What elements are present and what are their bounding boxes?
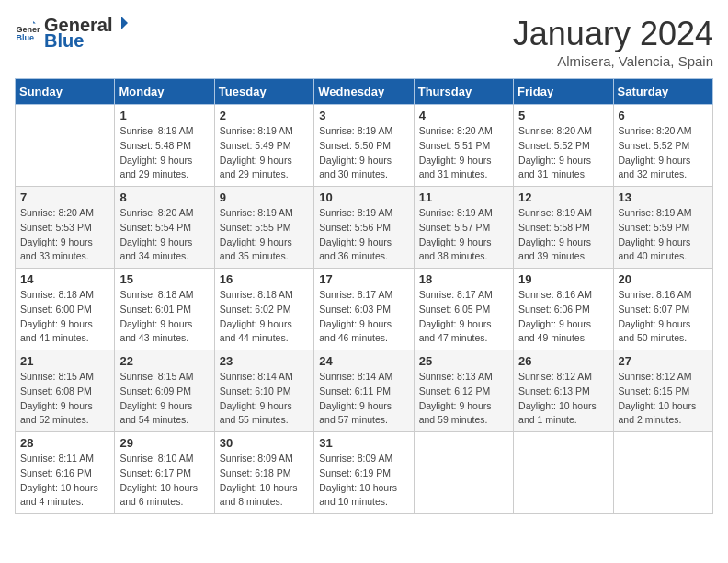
day-info: Sunrise: 8:20 AM Sunset: 5:52 PM Dayligh…: [619, 124, 708, 182]
logo-icon: General Blue: [15, 20, 40, 46]
sunrise-time: Sunrise: 8:12 AM: [619, 371, 692, 382]
calendar-day-cell: [414, 432, 513, 514]
day-number: 4: [419, 109, 508, 122]
sunset-time: Sunset: 6:11 PM: [319, 385, 391, 396]
daylight-hours: Daylight: 9 hours and 57 minutes.: [319, 400, 392, 426]
sunrise-time: Sunrise: 8:18 AM: [20, 289, 94, 300]
sunset-time: Sunset: 6:12 PM: [419, 385, 491, 396]
day-info: Sunrise: 8:19 AM Sunset: 5:49 PM Dayligh…: [220, 124, 309, 182]
day-info: Sunrise: 8:20 AM Sunset: 5:54 PM Dayligh…: [119, 206, 209, 264]
calendar-day-cell: 30 Sunrise: 8:09 AM Sunset: 6:18 PM Dayl…: [214, 432, 313, 514]
day-number: 10: [319, 190, 408, 204]
svg-text:Blue: Blue: [16, 33, 34, 42]
day-info: Sunrise: 8:14 AM Sunset: 6:11 PM Dayligh…: [319, 370, 408, 428]
col-sunday: Sunday: [16, 79, 115, 105]
day-info: Sunrise: 8:11 AM Sunset: 6:16 PM Dayligh…: [20, 452, 109, 510]
day-info: Sunrise: 8:19 AM Sunset: 5:48 PM Dayligh…: [119, 124, 209, 182]
calendar-day-cell: 2 Sunrise: 8:19 AM Sunset: 5:49 PM Dayli…: [214, 105, 313, 187]
svg-marker-3: [121, 17, 128, 29]
sunrise-time: Sunrise: 8:19 AM: [220, 125, 293, 136]
calendar-week-row: 14 Sunrise: 8:18 AM Sunset: 6:00 PM Dayl…: [16, 269, 713, 350]
sunset-time: Sunset: 5:48 PM: [119, 140, 191, 151]
sunrise-time: Sunrise: 8:16 AM: [518, 289, 592, 300]
sunrise-time: Sunrise: 8:19 AM: [319, 125, 392, 136]
sunrise-time: Sunrise: 8:14 AM: [220, 371, 293, 382]
sunset-time: Sunset: 6:02 PM: [220, 304, 291, 315]
daylight-hours: Daylight: 9 hours and 50 minutes.: [619, 318, 691, 344]
day-info: Sunrise: 8:17 AM Sunset: 6:03 PM Dayligh…: [319, 288, 408, 346]
sunrise-time: Sunrise: 8:15 AM: [20, 371, 94, 382]
calendar-day-cell: 24 Sunrise: 8:14 AM Sunset: 6:11 PM Dayl…: [314, 350, 414, 432]
sunrise-time: Sunrise: 8:09 AM: [220, 453, 293, 464]
calendar-week-row: 21 Sunrise: 8:15 AM Sunset: 6:08 PM Dayl…: [16, 350, 713, 432]
day-number: 20: [619, 272, 708, 286]
calendar-day-cell: 20 Sunrise: 8:16 AM Sunset: 6:07 PM Dayl…: [613, 269, 712, 350]
daylight-hours: Daylight: 9 hours and 49 minutes.: [518, 318, 591, 344]
calendar-day-cell: 12 Sunrise: 8:19 AM Sunset: 5:58 PM Dayl…: [514, 187, 613, 269]
calendar-day-cell: 28 Sunrise: 8:11 AM Sunset: 6:16 PM Dayl…: [16, 432, 115, 514]
calendar-day-cell: 7 Sunrise: 8:20 AM Sunset: 5:53 PM Dayli…: [16, 187, 115, 269]
daylight-hours: Daylight: 9 hours and 33 minutes.: [20, 236, 93, 262]
sunset-time: Sunset: 6:09 PM: [119, 385, 191, 396]
day-info: Sunrise: 8:12 AM Sunset: 6:13 PM Dayligh…: [518, 370, 608, 428]
day-number: 9: [220, 190, 309, 204]
sunrise-time: Sunrise: 8:13 AM: [419, 371, 493, 382]
calendar-day-cell: 27 Sunrise: 8:12 AM Sunset: 6:15 PM Dayl…: [613, 350, 712, 432]
calendar-subtitle: Almisera, Valencia, Spain: [513, 53, 713, 69]
calendar-day-cell: [16, 105, 115, 187]
day-number: 16: [220, 272, 309, 286]
sunset-time: Sunset: 5:53 PM: [20, 222, 92, 233]
sunrise-time: Sunrise: 8:20 AM: [20, 207, 94, 218]
day-info: Sunrise: 8:16 AM Sunset: 6:06 PM Dayligh…: [518, 288, 608, 346]
calendar-header: Sunday Monday Tuesday Wednesday Thursday…: [16, 79, 713, 105]
svg-marker-2: [33, 21, 36, 24]
day-info: Sunrise: 8:18 AM Sunset: 6:01 PM Dayligh…: [119, 288, 209, 346]
calendar-day-cell: 9 Sunrise: 8:19 AM Sunset: 5:55 PM Dayli…: [214, 187, 313, 269]
sunrise-time: Sunrise: 8:19 AM: [220, 207, 293, 218]
calendar-day-cell: 16 Sunrise: 8:18 AM Sunset: 6:02 PM Dayl…: [214, 269, 313, 350]
day-info: Sunrise: 8:09 AM Sunset: 6:19 PM Dayligh…: [319, 452, 408, 510]
daylight-hours: Daylight: 9 hours and 38 minutes.: [419, 236, 492, 262]
sunset-time: Sunset: 6:16 PM: [20, 467, 92, 478]
sunrise-time: Sunrise: 8:10 AM: [119, 453, 193, 464]
day-number: 17: [319, 272, 408, 286]
calendar-day-cell: 21 Sunrise: 8:15 AM Sunset: 6:08 PM Dayl…: [16, 350, 115, 432]
day-info: Sunrise: 8:19 AM Sunset: 5:59 PM Dayligh…: [619, 206, 708, 264]
day-number: 31: [319, 436, 408, 450]
day-number: 21: [20, 354, 109, 368]
col-wednesday: Wednesday: [314, 79, 414, 105]
sunset-time: Sunset: 6:08 PM: [20, 385, 92, 396]
svg-text:General: General: [16, 25, 40, 34]
calendar-week-row: 28 Sunrise: 8:11 AM Sunset: 6:16 PM Dayl…: [16, 432, 713, 514]
calendar-day-cell: 10 Sunrise: 8:19 AM Sunset: 5:56 PM Dayl…: [314, 187, 414, 269]
day-number: 13: [619, 190, 708, 204]
sunrise-time: Sunrise: 8:17 AM: [319, 289, 392, 300]
sunrise-time: Sunrise: 8:19 AM: [419, 207, 493, 218]
daylight-hours: Daylight: 10 hours and 4 minutes.: [20, 482, 98, 508]
col-friday: Friday: [514, 79, 613, 105]
day-info: Sunrise: 8:18 AM Sunset: 6:00 PM Dayligh…: [20, 288, 109, 346]
daylight-hours: Daylight: 10 hours and 1 minute.: [518, 400, 597, 426]
sunrise-time: Sunrise: 8:18 AM: [220, 289, 293, 300]
daylight-hours: Daylight: 9 hours and 52 minutes.: [20, 400, 93, 426]
sunrise-time: Sunrise: 8:12 AM: [518, 371, 592, 382]
calendar-day-cell: 19 Sunrise: 8:16 AM Sunset: 6:06 PM Dayl…: [514, 269, 613, 350]
sunset-time: Sunset: 5:51 PM: [419, 140, 491, 151]
day-number: 28: [20, 436, 109, 450]
title-area: January 2024 Almisera, Valencia, Spain: [513, 15, 713, 69]
sunrise-time: Sunrise: 8:20 AM: [518, 125, 592, 136]
day-number: 7: [20, 190, 109, 204]
day-number: 22: [119, 354, 209, 368]
calendar-day-cell: [613, 432, 712, 514]
day-info: Sunrise: 8:19 AM Sunset: 5:56 PM Dayligh…: [319, 206, 408, 264]
weekday-row: Sunday Monday Tuesday Wednesday Thursday…: [16, 79, 713, 105]
sunrise-time: Sunrise: 8:19 AM: [319, 207, 392, 218]
day-number: 19: [518, 272, 608, 286]
col-saturday: Saturday: [613, 79, 712, 105]
day-number: 15: [119, 272, 209, 286]
sunset-time: Sunset: 6:01 PM: [119, 304, 191, 315]
calendar-week-row: 7 Sunrise: 8:20 AM Sunset: 5:53 PM Dayli…: [16, 187, 713, 269]
sunset-time: Sunset: 5:49 PM: [220, 140, 291, 151]
day-info: Sunrise: 8:09 AM Sunset: 6:18 PM Dayligh…: [220, 452, 309, 510]
calendar-day-cell: 14 Sunrise: 8:18 AM Sunset: 6:00 PM Dayl…: [16, 269, 115, 350]
